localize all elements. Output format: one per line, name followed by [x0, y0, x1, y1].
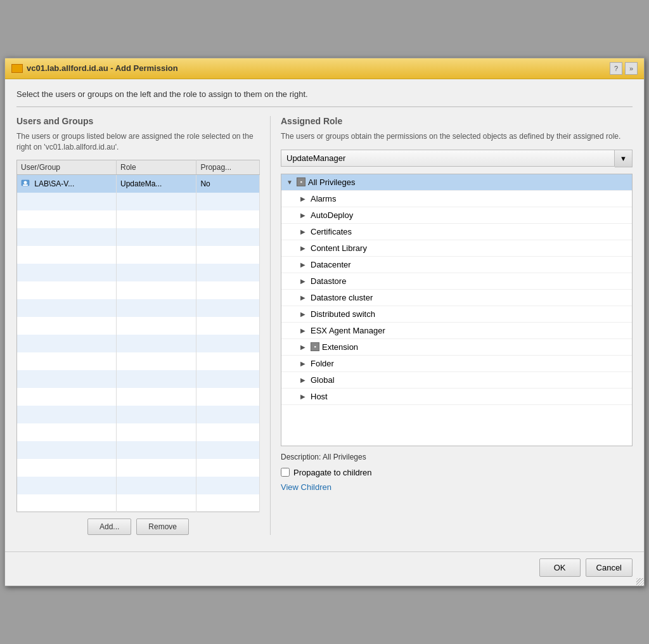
view-children-link[interactable]: View Children [281, 482, 331, 492]
tree-checkbox-icon: ▪ [311, 342, 319, 351]
tree-item-label: All Privileges [308, 177, 355, 187]
table-row [17, 246, 260, 264]
tree-toggle-icon[interactable]: ▶ [300, 195, 308, 202]
user-icon [21, 179, 30, 188]
tree-toggle-icon[interactable]: ▼ [286, 179, 294, 186]
tree-toggle-icon[interactable]: ▶ [300, 360, 308, 367]
tree-item-host[interactable]: ▶ Host [281, 389, 632, 405]
tree-toggle-icon[interactable]: ▶ [300, 393, 308, 400]
tree-toggle-icon[interactable]: ▶ [300, 377, 308, 383]
role-dropdown: UpdateManager ▼ [281, 150, 633, 167]
dialog-body: Select the users or groups on the left a… [5, 79, 644, 546]
right-panel-title: Assigned Role [281, 116, 633, 126]
left-buttons: Add... Remove [16, 518, 260, 535]
tree-toggle-icon[interactable]: ▶ [300, 327, 308, 334]
tree-item-label: Extension [322, 342, 358, 352]
tree-toggle-icon[interactable]: ▶ [300, 344, 308, 351]
tree-item-certificates[interactable]: ▶ Certificates [281, 224, 632, 240]
tree-toggle-icon[interactable]: ▶ [300, 294, 308, 301]
cell-propagate: No [196, 175, 260, 193]
table-row [17, 335, 260, 352]
tree-item-label: Content Library [311, 243, 367, 253]
titlebar: vc01.lab.allford.id.au - Add Permission … [5, 58, 644, 79]
table-row [17, 388, 260, 406]
table-row [17, 352, 260, 370]
description-label: Description: [281, 453, 321, 461]
tree-toggle-icon[interactable]: ▶ [300, 311, 308, 318]
left-panel-desc: The users or groups listed below are ass… [16, 131, 260, 153]
table-row [17, 370, 260, 388]
table-row [17, 459, 260, 477]
tree-toggle-icon[interactable]: ▶ [300, 228, 308, 235]
table-row [17, 299, 260, 317]
table-row [17, 228, 260, 246]
left-panel: Users and Groups The users or groups lis… [16, 116, 270, 536]
table-row [17, 264, 260, 281]
tree-item-label: ESX Agent Manager [311, 326, 385, 335]
tree-checkbox-icon: ▪ [297, 177, 305, 186]
role-select[interactable]: UpdateManager [281, 150, 615, 167]
expand-button[interactable]: » [625, 62, 638, 75]
right-panel-desc: The users or groups obtain the permissio… [281, 131, 633, 142]
propagate-row: Propagate to children [281, 468, 633, 477]
cell-role: UpdateMa... [116, 175, 196, 193]
tree-item-autodeploy[interactable]: ▶ AutoDeploy [281, 207, 632, 224]
tree-toggle-icon[interactable]: ▶ [300, 245, 308, 252]
table-row [17, 477, 260, 494]
tree-item-label: Distributed switch [311, 309, 375, 319]
right-panel: Assigned Role The users or groups obtain… [270, 116, 633, 536]
propagate-label: Propagate to children [293, 468, 372, 477]
tree-item-datacenter[interactable]: ▶ Datacenter [281, 257, 632, 273]
table-row [17, 281, 260, 299]
col-role: Role [116, 160, 196, 175]
tree-item-label: Folder [311, 359, 334, 368]
tree-item-folder[interactable]: ▶ Folder [281, 356, 632, 372]
col-user-group: User/Group [17, 160, 117, 175]
table-row [17, 193, 260, 210]
dialog-title: vc01.lab.allford.id.au - Add Permission [27, 63, 178, 73]
tree-item-label: Datastore cluster [311, 293, 373, 302]
table-row [17, 423, 260, 441]
tree-item-datastore[interactable]: ▶ Datastore [281, 273, 632, 290]
users-table: User/Group Role Propag... [16, 160, 260, 512]
tree-item-label: Alarms [311, 194, 336, 203]
folder-icon [11, 64, 23, 73]
table-row [17, 210, 260, 228]
tree-toggle-icon[interactable]: ▶ [300, 212, 308, 219]
dropdown-arrow-icon[interactable]: ▼ [615, 150, 633, 167]
tree-item-distributed-switch[interactable]: ▶ Distributed switch [281, 306, 632, 323]
ok-button[interactable]: OK [539, 558, 581, 577]
propagate-checkbox[interactable] [281, 468, 290, 477]
tree-item-all-privileges[interactable]: ▼ ▪ All Privileges [281, 174, 632, 191]
tree-item-esx-agent-manager[interactable]: ▶ ESX Agent Manager [281, 323, 632, 339]
tree-item-label: Certificates [311, 227, 352, 236]
privileges-tree[interactable]: ▼ ▪ All Privileges ▶ Alarms ▶ AutoDeploy [281, 174, 633, 446]
resize-handle[interactable] [636, 578, 644, 586]
table-row[interactable]: LAB\SA-V... UpdateMa... No [17, 175, 260, 193]
add-button[interactable]: Add... [87, 518, 131, 535]
table-body: LAB\SA-V... UpdateMa... No [17, 175, 260, 512]
tree-item-global[interactable]: ▶ Global [281, 372, 632, 389]
cancel-button[interactable]: Cancel [586, 558, 633, 577]
description-value: All Privileges [323, 453, 366, 461]
table-row [17, 441, 260, 459]
tree-item-label: Datacenter [311, 260, 351, 269]
tree-item-datastore-cluster[interactable]: ▶ Datastore cluster [281, 290, 632, 306]
table-row [17, 494, 260, 512]
table-row [17, 406, 260, 423]
tree-item-content-library[interactable]: ▶ Content Library [281, 240, 632, 257]
col-propagate: Propag... [196, 160, 260, 175]
tree-item-extension[interactable]: ▶ ▪ Extension [281, 339, 632, 356]
remove-button[interactable]: Remove [136, 518, 189, 535]
tree-item-label: AutoDeploy [311, 210, 353, 220]
tree-toggle-icon[interactable]: ▶ [300, 278, 308, 285]
help-button[interactable]: ? [610, 62, 622, 75]
cell-user: LAB\SA-V... [17, 175, 117, 193]
svg-point-1 [24, 181, 27, 184]
tree-toggle-icon[interactable]: ▶ [300, 261, 308, 268]
tree-item-label: Global [311, 375, 335, 385]
titlebar-controls: ? » [610, 62, 638, 75]
divider [16, 106, 633, 107]
tree-item-label: Datastore [311, 276, 346, 286]
tree-item-alarms[interactable]: ▶ Alarms [281, 191, 632, 207]
